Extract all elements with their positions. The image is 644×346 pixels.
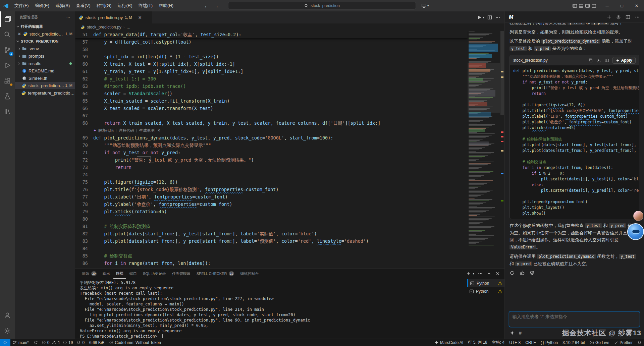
menu-转到G[interactable]: 转到(G) (94, 0, 115, 11)
status-0[interactable]: 0 (74, 339, 87, 346)
menu-选择S[interactable]: 选择(S) (52, 0, 73, 11)
activity-settings-icon[interactable] (0, 323, 15, 339)
tree-item-temperature_prediction-py[interactable]: temperature_prediction.py (15, 89, 75, 97)
terminal-session[interactable]: Python (467, 279, 504, 287)
open-editor-item[interactable]: ✕stock_prediction.py1, M (15, 30, 75, 38)
sticky-scroll-line[interactable]: 51def prepare_data(df, target_col='收盘', … (75, 31, 468, 38)
sidebar-more-actions-icon[interactable]: ⋯ (66, 15, 70, 19)
open-in-editor-icon[interactable] (625, 14, 631, 20)
insert-code-icon[interactable] (596, 58, 601, 63)
ai-action-button[interactable]: 解释代码 (98, 127, 114, 134)
menu-文件F[interactable]: 文件(F) (11, 0, 32, 11)
activity-testing-icon[interactable] (0, 89, 15, 104)
chat-more-actions-icon[interactable] (635, 14, 640, 20)
activity-run-debug-icon[interactable] (0, 58, 15, 73)
status-1[interactable]: 1 (51, 339, 61, 346)
status-0[interactable]: 0 (40, 339, 51, 346)
panel-tab-SPELL CHECKER[interactable]: SPELL CHECKER19 (194, 269, 237, 279)
command-center-search[interactable]: stock_prediction (228, 2, 416, 10)
activity-library-icon[interactable] (0, 104, 15, 119)
tab-stock-prediction[interactable]: stock_prediction.py 1, M ✕ (75, 11, 152, 23)
activity-explorer-icon[interactable] (0, 11, 15, 27)
status-main-[interactable]: main* (10, 339, 31, 346)
activity-search-icon[interactable] (0, 27, 15, 42)
inline-ai-actions[interactable]: ✦解释代码|注释代码|生成单测✕ (75, 127, 468, 134)
breadcrumb[interactable]: stock_prediction.py › … (75, 23, 504, 31)
open-editors-section[interactable]: 打开的编辑器 (15, 23, 75, 30)
menu-终端T[interactable]: 终端(T) (135, 0, 156, 11)
status--5-18[interactable]: 行 5, 列 18 (466, 339, 489, 346)
status--4[interactable]: 空格: 4 (490, 339, 507, 346)
close-editor-icon[interactable]: ✕ (17, 32, 22, 37)
copy-code-icon[interactable] (588, 58, 593, 63)
thumbs-up-icon[interactable] (520, 270, 525, 276)
status-3-10-2-64-bit[interactable]: 3.10.2 64-bit (560, 339, 587, 346)
tree-item-SimHei-ttf[interactable]: SimHei.ttf (15, 74, 75, 82)
editor-more-actions-icon[interactable] (495, 15, 500, 20)
new-terminal-icon[interactable] (466, 271, 471, 276)
tree-item-results[interactable]: results (15, 60, 75, 67)
close-tab-icon[interactable]: ✕ (138, 15, 142, 20)
panel-tab-SQL 历史记录[interactable]: SQL 历史记录 (140, 269, 169, 279)
minimap[interactable] (468, 31, 500, 268)
status-utf-8[interactable]: UTF-8 (507, 339, 523, 346)
project-root-section[interactable]: STOCK_PREDICTION (15, 38, 75, 45)
menu-查看V[interactable]: 查看(V) (73, 0, 93, 11)
status-bell[interactable] (635, 339, 644, 346)
minimize-button[interactable]: ─ (600, 0, 614, 11)
nav-back-icon[interactable]: ← (204, 3, 209, 9)
thumbs-down-icon[interactable] (530, 270, 535, 276)
context-reference-icon[interactable]: # (519, 330, 522, 336)
terminal-dropdown-icon[interactable]: ▾ (473, 272, 474, 275)
close-ai-actions-icon[interactable]: ✕ (157, 127, 161, 134)
menu-编辑E[interactable]: 编辑(E) (32, 0, 52, 11)
community-avatar[interactable] (633, 211, 643, 221)
close-window-button[interactable]: ✕ (629, 0, 644, 11)
maximize-panel-icon[interactable] (486, 271, 492, 276)
status-sync[interactable] (31, 339, 40, 346)
panel-tab-端口[interactable]: 端口 (127, 269, 140, 279)
run-python-file-icon[interactable] (477, 15, 482, 20)
tree-item-stock_prediction-py[interactable]: stock_prediction.py1, M (15, 82, 75, 89)
menu-运行R[interactable]: 运行(R) (114, 0, 135, 11)
toggle-panel-icon[interactable] (579, 3, 584, 8)
toggle-secondary-sidebar-icon[interactable] (585, 3, 590, 8)
tree-item-prompts[interactable]: prompts (15, 52, 75, 60)
menu-帮助H[interactable]: 帮助(H) (156, 0, 176, 11)
nav-forward-icon[interactable]: → (214, 3, 219, 9)
activity-source-control-icon[interactable]: 2 (0, 42, 15, 58)
regenerate-icon[interactable] (509, 270, 515, 276)
customize-layout-icon[interactable] (591, 3, 596, 8)
status-6-68-kib[interactable]: 6.68 KiB (87, 339, 107, 346)
scrollbar-thumb[interactable] (500, 31, 504, 115)
activity-extensions-icon[interactable] (0, 73, 15, 89)
panel-more-actions-icon[interactable] (478, 271, 483, 276)
maximize-button[interactable]: □ (614, 0, 629, 11)
new-file-icon[interactable] (604, 58, 609, 63)
toggle-sidebar-icon[interactable] (572, 3, 577, 8)
status-go-live[interactable]: Go Live (587, 339, 611, 346)
terminal-output[interactable]: 平均绝对误差(MAE): 5.9178发生错误: min() arg is an… (75, 279, 467, 339)
status-remote[interactable] (0, 339, 10, 346)
close-panel-icon[interactable] (495, 271, 500, 276)
ai-action-button[interactable]: 生成单测 (139, 127, 155, 134)
tree-item-README-md[interactable]: README.md (15, 67, 75, 74)
chat-settings-icon[interactable] (616, 14, 621, 20)
code-editor[interactable]: 51def prepare_data(df, target_col='收盘', … (75, 31, 504, 268)
run-dropdown-icon[interactable]: ▾ (483, 16, 484, 19)
split-editor-icon[interactable] (487, 15, 492, 20)
panel-tab-任务管理器[interactable]: 任务管理器 (169, 269, 193, 279)
terminal-session[interactable]: Python (467, 287, 504, 295)
panel-tab-输出[interactable]: 输出 (100, 269, 113, 279)
activity-account-icon[interactable] (0, 308, 15, 323)
panel-tab-调试控制台[interactable]: 调试控制台 (237, 269, 261, 279)
slash-commands-icon[interactable] (509, 330, 515, 336)
panel-tab-终端[interactable]: 终端 (113, 269, 126, 279)
new-chat-icon[interactable] (606, 14, 612, 20)
status-crlf[interactable]: CRLF (523, 339, 538, 346)
status-prettier[interactable]: Prettier (611, 339, 635, 346)
ai-action-button[interactable]: 注释代码 (119, 127, 134, 134)
chat-input[interactable]: 输入消息或者 "/" 来选择指令 (509, 311, 640, 327)
apply-button[interactable]: Apply (612, 57, 636, 64)
panel-tab-问题[interactable]: 问题20 (79, 269, 99, 279)
